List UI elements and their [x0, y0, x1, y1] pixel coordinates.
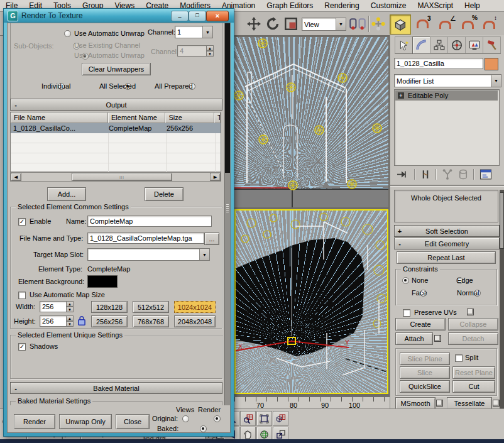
zoom-all-button[interactable]: [240, 411, 256, 426]
table-h-scrollbar[interactable]: ◀ ||| ▶: [10, 172, 221, 182]
spinner-snap-toggle-icon[interactable]: ↕: [483, 17, 500, 31]
size-768-button[interactable]: 768x768: [133, 315, 169, 327]
maximize-button[interactable]: □: [189, 11, 206, 21]
table-row-selected[interactable]: 1_0128_CasillaCo... CompleteMap 256x256: [11, 123, 221, 133]
reset-plane-button[interactable]: Reset Plane: [452, 366, 495, 379]
modifier-stack[interactable]: + Editable Poly: [394, 89, 500, 166]
panel-scrollbar-thumb[interactable]: [500, 192, 504, 249]
rollout-baked-material[interactable]: - Baked Material: [10, 382, 222, 394]
remove-modifier-icon[interactable]: [458, 169, 468, 180]
detach-button[interactable]: Detach: [448, 332, 498, 345]
scroll-left-icon[interactable]: ◀: [11, 173, 21, 181]
configure-modifier-sets-icon[interactable]: [479, 169, 492, 180]
spinner-down-icon[interactable]: ▼: [206, 51, 214, 57]
tessellate-settings-icon[interactable]: [493, 400, 500, 407]
menu-graph-editors[interactable]: Graph Editors: [261, 0, 319, 11]
unwrap-only-button[interactable]: Unwrap Only: [59, 414, 112, 429]
menu-maxscript[interactable]: MAXScript: [412, 0, 459, 11]
sub-channel-spinner[interactable]: ▲ ▼: [206, 45, 214, 57]
menu-customize[interactable]: Customize: [365, 0, 412, 11]
h-scroll-thumb[interactable]: |||: [72, 173, 172, 181]
repeat-last-button[interactable]: Repeat Last: [397, 251, 496, 264]
spinner-up-icon[interactable]: ▲: [66, 315, 74, 321]
column-header-element-name[interactable]: Element Name: [108, 112, 165, 123]
angle-snap-toggle-icon[interactable]: ∠: [439, 17, 457, 31]
select-and-manipulate-icon[interactable]: [371, 17, 385, 31]
snaps-toggle-button[interactable]: [390, 14, 411, 35]
collapse-button[interactable]: Collapse: [448, 318, 498, 331]
tab-modify[interactable]: [412, 36, 430, 54]
auto-map-size-checkbox[interactable]: [18, 292, 26, 299]
render-button[interactable]: Render: [14, 414, 55, 429]
element-background-swatch[interactable]: [87, 275, 118, 288]
zoom-extents-button[interactable]: [256, 411, 272, 426]
rollout-soft-selection[interactable]: + Soft Selection: [394, 225, 500, 237]
chevron-down-icon[interactable]: ▼: [202, 26, 212, 38]
msmooth-settings-icon[interactable]: [436, 400, 443, 407]
size-128-button[interactable]: 128x128: [91, 301, 128, 313]
angle-snap-3d-icon[interactable]: 3: [416, 17, 432, 31]
column-header-file-name[interactable]: File Name: [11, 112, 108, 123]
slice-button[interactable]: Slice: [400, 366, 450, 379]
select-and-rotate-icon[interactable]: [266, 17, 280, 31]
mirror-icon[interactable]: [349, 17, 366, 31]
cut-button[interactable]: Cut: [452, 380, 495, 393]
add-element-button[interactable]: Add...: [47, 187, 86, 201]
sub-channel-field[interactable]: [177, 45, 209, 57]
object-name-field[interactable]: [394, 58, 483, 69]
reference-coordinate-dropdown[interactable]: View ▼: [302, 18, 346, 31]
spinner-up-icon[interactable]: ▲: [66, 301, 74, 307]
split-checkbox[interactable]: [455, 354, 463, 362]
show-end-result-icon[interactable]: [420, 169, 430, 180]
target-map-slot-dropdown[interactable]: ▼: [87, 248, 210, 261]
height-field[interactable]: [40, 315, 68, 327]
width-field[interactable]: [40, 301, 68, 312]
shadows-checkbox[interactable]: ✓: [18, 343, 26, 351]
percent-snap-toggle-icon[interactable]: %: [461, 17, 479, 31]
size-256-button[interactable]: 256x256: [91, 315, 128, 327]
attach-settings-icon[interactable]: [434, 335, 441, 342]
object-auto-unwrap-radio[interactable]: [64, 30, 71, 37]
chevron-down-icon[interactable]: ▼: [336, 18, 346, 30]
make-unique-icon[interactable]: [442, 169, 453, 180]
menu-rendering[interactable]: Rendering: [319, 0, 364, 11]
menu-help[interactable]: Help: [459, 0, 486, 11]
dialog-title-bar[interactable]: G Render To Texture _ □ ×: [4, 9, 234, 23]
timeline-ruler[interactable]: 70 80 90 100: [224, 396, 390, 409]
scroll-right-icon[interactable]: ▶: [210, 173, 221, 181]
browse-file-button[interactable]: ...: [204, 232, 219, 245]
tab-utilities[interactable]: [483, 36, 501, 54]
close-dialog-button[interactable]: Close: [116, 414, 150, 429]
tab-create[interactable]: [395, 36, 413, 54]
select-and-scale-icon[interactable]: [285, 18, 297, 30]
baked-views-radio[interactable]: [200, 425, 207, 432]
enable-checkbox[interactable]: ✓: [18, 218, 26, 226]
element-name-field[interactable]: [87, 216, 212, 227]
viewport-perspective-active[interactable]: X Y: [234, 209, 388, 394]
panel-scrollbar[interactable]: [500, 190, 504, 408]
original-render-radio[interactable]: [214, 415, 221, 422]
select-and-move-icon[interactable]: [247, 17, 261, 31]
dialog-scrollbar-thumb[interactable]: [225, 23, 230, 173]
zoom-extents-all-button[interactable]: [273, 411, 288, 426]
modifier-list-dropdown[interactable]: Modifier List ▼: [394, 74, 501, 87]
rollout-edit-geometry[interactable]: - Edit Geometry: [394, 238, 500, 249]
delete-element-button[interactable]: Delete: [145, 187, 184, 201]
quickslice-button[interactable]: QuickSlice: [400, 380, 450, 393]
clear-unwrappers-button[interactable]: Clear Unwrappers: [82, 63, 151, 75]
width-spinner[interactable]: ▲ ▼: [66, 301, 74, 312]
column-header-target[interactable]: Targ: [214, 112, 221, 123]
chevron-down-icon[interactable]: ▼: [491, 75, 501, 87]
spinner-up-icon[interactable]: ▲: [206, 45, 214, 51]
dialog-scrollbar[interactable]: [224, 23, 230, 407]
chevron-down-icon[interactable]: ▼: [199, 249, 209, 260]
lock-aspect-icon[interactable]: [77, 315, 86, 326]
tab-hierarchy[interactable]: [430, 36, 448, 54]
height-spinner[interactable]: ▲ ▼: [66, 315, 74, 327]
create-button[interactable]: Create: [395, 318, 446, 331]
spinner-down-icon[interactable]: ▼: [66, 307, 74, 312]
size-1024-button[interactable]: 1024x1024: [174, 301, 216, 313]
attach-button[interactable]: Attach: [395, 332, 433, 345]
size-2048-button[interactable]: 2048x2048: [174, 315, 216, 327]
spinner-down-icon[interactable]: ▼: [66, 321, 74, 327]
